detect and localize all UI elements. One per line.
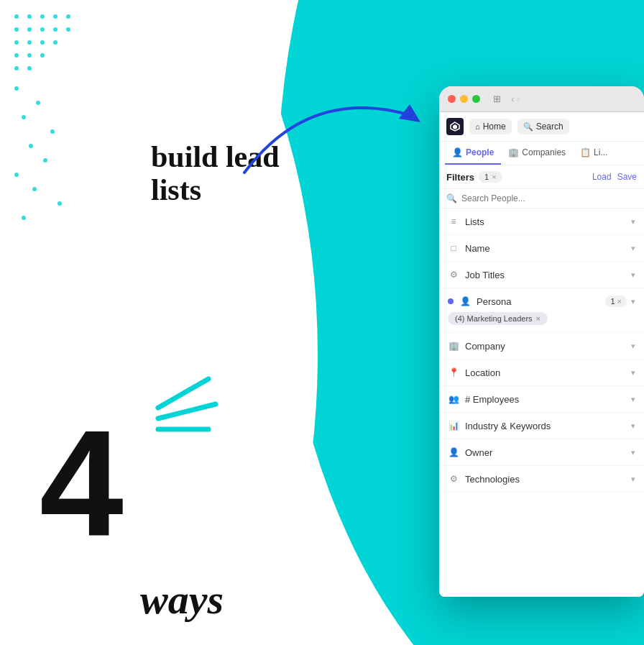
industry-filter-icon: 📊 <box>448 420 459 431</box>
maximize-button[interactable] <box>472 95 480 103</box>
filter-company[interactable]: 🏢 Company ▾ <box>439 333 644 360</box>
dot <box>43 158 47 163</box>
chevron-icon: ▾ <box>631 297 635 306</box>
app-logo <box>446 118 464 135</box>
dot <box>14 27 19 32</box>
save-button[interactable]: Save <box>617 172 637 182</box>
number-four: 4 <box>40 408 124 559</box>
lists-filter-icon: ≡ <box>448 216 459 227</box>
dot <box>27 14 32 19</box>
filter-name[interactable]: □ Name ▾ <box>439 235 644 262</box>
dot <box>40 40 45 45</box>
filter-technologies[interactable]: ⚙ Technologies ▾ <box>439 466 644 493</box>
dot <box>53 27 58 32</box>
remove-tag-button[interactable]: × <box>536 314 540 323</box>
dot <box>14 14 19 19</box>
dots-pattern <box>14 14 144 230</box>
filters-label-group: Filters 1 × <box>446 171 502 183</box>
close-button[interactable] <box>448 95 456 103</box>
company-filter-icon: 🏢 <box>448 340 459 352</box>
chevron-icon: ▾ <box>631 475 635 484</box>
dot <box>40 27 45 32</box>
job-titles-filter-icon: ⚙ <box>448 269 459 280</box>
dot <box>22 216 26 220</box>
home-button[interactable]: ⌂ Home <box>469 119 512 134</box>
dot <box>66 27 70 32</box>
dot <box>14 86 19 91</box>
chevron-icon: ▾ <box>631 421 635 431</box>
technologies-filter-icon: ⚙ <box>448 473 459 485</box>
chevron-icon: ▾ <box>631 244 635 253</box>
browser-titlebar: ⊞ ‹ › <box>439 86 644 112</box>
filter-employees[interactable]: 👥 # Employees ▾ <box>439 386 644 413</box>
search-people-input[interactable] <box>461 193 637 203</box>
name-filter-icon: □ <box>448 242 459 254</box>
filter-job-titles[interactable]: ⚙ Job Titles ▾ <box>439 262 644 288</box>
dot <box>29 144 33 148</box>
home-icon: ⌂ <box>475 122 480 131</box>
dot <box>14 40 19 45</box>
dot <box>58 201 62 206</box>
dot <box>53 40 58 45</box>
search-button[interactable]: 🔍 Search <box>518 119 569 134</box>
location-filter-icon: 📍 <box>448 367 459 378</box>
tab-people[interactable]: 👤 People <box>445 142 501 165</box>
chevron-icon: ▾ <box>631 342 635 351</box>
browser-nav-arrows: ‹ › <box>511 93 520 104</box>
svg-line-1 <box>158 379 208 408</box>
persona-tag-item[interactable]: (4) Marketing Leaders × <box>448 312 548 325</box>
dot <box>27 40 32 45</box>
filter-owner[interactable]: 👤 Owner ▾ <box>439 439 644 466</box>
browser-layout-icon: ⊞ <box>493 93 501 104</box>
dot <box>40 14 45 19</box>
dot <box>22 115 26 119</box>
filters-label: Filters <box>446 172 474 183</box>
dot <box>53 14 58 19</box>
app-content: ⌂ Home 🔍 Search 👤 People 🏢 Companies 📋 L… <box>439 112 644 597</box>
dot <box>36 101 40 105</box>
search-bar: 🔍 <box>439 189 644 209</box>
dot <box>27 27 32 32</box>
persona-header[interactable]: 👤 Persona 1 × ▾ <box>439 288 644 311</box>
owner-filter-icon: 👤 <box>448 447 459 458</box>
filter-actions: Load Save <box>592 172 637 182</box>
tab-lists[interactable]: 📋 Li... <box>573 142 615 165</box>
spark-lines <box>122 365 237 451</box>
svg-marker-5 <box>453 124 457 129</box>
arrow-icon <box>223 72 446 187</box>
employees-filter-icon: 👥 <box>448 393 459 405</box>
filter-industry[interactable]: 📊 Industry & Keywords ▾ <box>439 413 644 439</box>
search-icon: 🔍 <box>523 122 533 132</box>
app-topbar: ⌂ Home 🔍 Search <box>439 112 644 142</box>
filter-persona: 👤 Persona 1 × ▾ (4) Marketing Leaders × <box>439 288 644 333</box>
dot <box>32 187 37 191</box>
svg-line-2 <box>158 404 216 418</box>
load-button[interactable]: Load <box>592 172 612 182</box>
dot <box>14 53 19 58</box>
filters-bar: Filters 1 × Load Save <box>439 165 644 189</box>
ways-text: ways <box>140 575 224 623</box>
app-tabs: 👤 People 🏢 Companies 📋 Li... <box>439 142 644 165</box>
chevron-icon: ▾ <box>631 368 635 378</box>
tab-companies[interactable]: 🏢 Companies <box>501 142 573 165</box>
dot <box>14 173 19 177</box>
filter-location[interactable]: 📍 Location ▾ <box>439 360 644 386</box>
persona-active-indicator <box>448 298 454 304</box>
persona-count-badge: 1 × <box>605 296 627 307</box>
filter-lists[interactable]: ≡ Lists ▾ <box>439 209 644 235</box>
chevron-icon: ▾ <box>631 217 635 227</box>
dot <box>14 66 19 70</box>
persona-icon: 👤 <box>459 296 471 307</box>
chevron-icon: ▾ <box>631 448 635 457</box>
people-icon: 👤 <box>452 147 463 157</box>
dot <box>40 53 45 58</box>
dot <box>27 53 32 58</box>
persona-tags: (4) Marketing Leaders × <box>439 311 644 332</box>
search-icon: 🔍 <box>446 193 457 203</box>
dot <box>66 14 70 19</box>
chevron-icon: ▾ <box>631 395 635 404</box>
minimize-button[interactable] <box>460 95 468 103</box>
chevron-icon: ▾ <box>631 270 635 280</box>
browser-window: ⊞ ‹ › ⌂ Home 🔍 Search <box>439 86 644 597</box>
dot <box>50 129 55 134</box>
